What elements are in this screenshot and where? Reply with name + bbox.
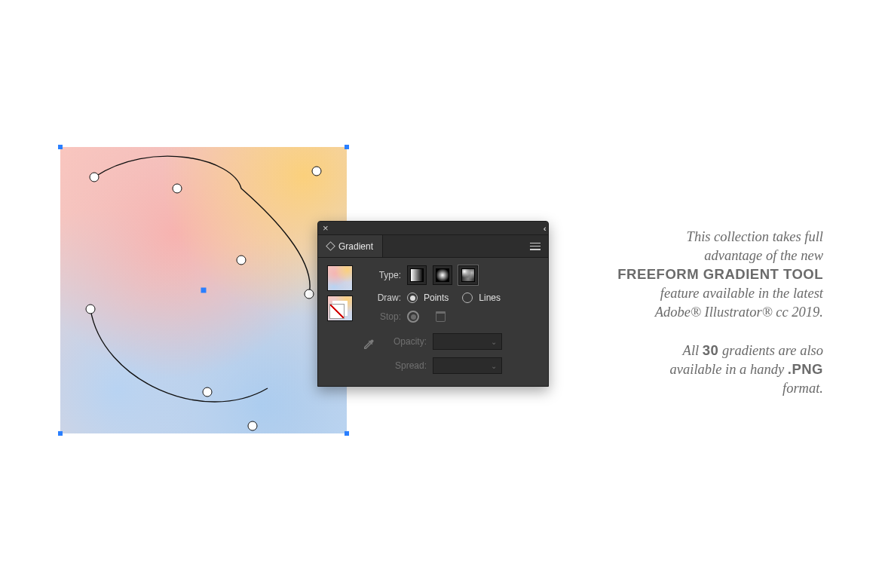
artboard-selection (60, 147, 347, 433)
copy-line: feature available in the latest (660, 286, 823, 301)
stop-row: Stop: (362, 311, 539, 323)
marketing-copy: This collection takes full advantage of … (590, 228, 823, 398)
copy-bold: 30 (703, 342, 719, 358)
copy-line: available in a handy (670, 362, 788, 377)
gradient-node[interactable] (86, 305, 96, 314)
gradient-node[interactable] (173, 184, 182, 194)
draw-label: Draw: (362, 292, 401, 303)
type-freeform-button[interactable] (458, 265, 478, 285)
gradient-node[interactable] (203, 387, 213, 397)
draw-lines-radio[interactable] (462, 292, 473, 303)
opacity-row: Opacity: ⌄ (387, 333, 502, 350)
color-stop-icon[interactable] (407, 311, 419, 323)
spread-label: Spread: (387, 360, 427, 371)
draw-points-radio[interactable] (407, 292, 418, 303)
gradient-node[interactable] (305, 289, 314, 299)
spread-row: Spread: ⌄ (387, 357, 502, 374)
copy-bold: .PNG (788, 361, 823, 377)
delete-stop-icon[interactable] (436, 311, 446, 322)
close-icon[interactable]: × (323, 223, 329, 233)
copy-line: All (683, 343, 703, 358)
type-radial-button[interactable] (433, 265, 452, 285)
menu-icon (530, 243, 541, 250)
panel-menu-button[interactable] (522, 235, 548, 257)
selection-handle-top-right[interactable] (345, 145, 349, 149)
swatch-column (327, 265, 353, 374)
opacity-label: Opacity: (387, 336, 427, 347)
tab-spacer (383, 235, 522, 257)
gradient-tab-icon (326, 241, 335, 251)
chevron-down-icon: ⌄ (491, 362, 497, 370)
fill-swatch[interactable] (327, 265, 353, 291)
tab-label: Gradient (338, 241, 373, 252)
selection-handle-top-left[interactable] (58, 145, 63, 149)
gradient-node[interactable] (312, 167, 322, 176)
opacity-dropdown[interactable]: ⌄ (433, 333, 502, 350)
type-row: Type: (362, 265, 539, 285)
copy-line: advantage of the new (704, 248, 823, 263)
selection-handle-bottom-right[interactable] (345, 431, 349, 436)
selection-center[interactable] (201, 288, 207, 293)
gradient-node[interactable] (237, 256, 247, 265)
copy-line: gradients are also (718, 343, 823, 358)
chevron-down-icon: ⌄ (491, 338, 497, 346)
none-icon (329, 304, 345, 319)
lower-controls: Opacity: ⌄ Spread: ⌄ (362, 333, 539, 374)
gradient-panel: × ‹‹ Gradient Type: (317, 221, 549, 387)
panel-controls: Type: Draw: Points Lines Stop: (362, 265, 539, 374)
stroke-swatch[interactable] (327, 296, 353, 321)
eyedropper-icon[interactable] (362, 338, 375, 351)
panel-body: Type: Draw: Points Lines Stop: (318, 258, 548, 386)
copy-line: Adobe® Illustrator® cc 2019. (655, 305, 823, 320)
linear-gradient-icon (410, 268, 424, 282)
radial-gradient-icon (436, 268, 449, 282)
panel-titlebar[interactable]: × ‹‹ (318, 222, 548, 235)
tab-gradient[interactable]: Gradient (318, 235, 383, 257)
freeform-gradient-icon (461, 268, 475, 282)
copy-line: This collection takes full (687, 229, 823, 244)
selection-handle-bottom-left[interactable] (58, 431, 63, 436)
copy-bold: FREEFORM GRADIENT TOOL (617, 266, 823, 282)
gradient-node[interactable] (90, 173, 100, 182)
copy-paragraph-1: This collection takes full advantage of … (590, 228, 823, 322)
copy-line: format. (782, 381, 823, 396)
type-label: Type: (362, 270, 401, 280)
draw-lines-label: Lines (479, 292, 501, 303)
copy-paragraph-2: All 30 gradients are also available in a… (590, 341, 823, 398)
draw-row: Draw: Points Lines (362, 292, 539, 303)
type-linear-button[interactable] (407, 265, 427, 285)
gradient-node[interactable] (248, 421, 258, 431)
draw-points-label: Points (424, 292, 449, 303)
panel-tabs: Gradient (318, 235, 548, 258)
spread-dropdown[interactable]: ⌄ (433, 357, 502, 374)
stop-label: Stop: (362, 311, 401, 322)
